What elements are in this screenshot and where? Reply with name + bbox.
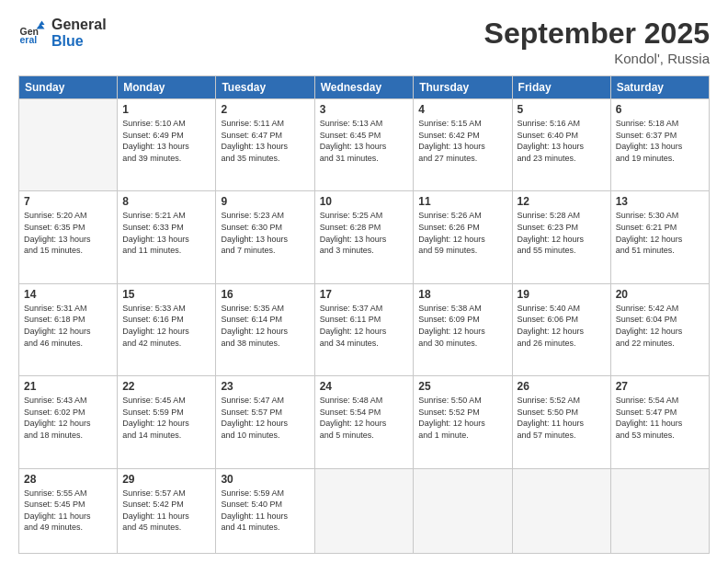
- day-number: 24: [320, 380, 409, 393]
- day-number: 10: [320, 195, 409, 208]
- day-number: 15: [122, 288, 210, 301]
- day-info: Sunrise: 5:26 AM Sunset: 6:26 PM Dayligh…: [418, 210, 506, 256]
- week-row-4: 28Sunrise: 5:55 AM Sunset: 5:45 PM Dayli…: [19, 468, 710, 553]
- day-cell: [610, 468, 709, 553]
- day-number: 8: [122, 195, 210, 208]
- day-info: Sunrise: 5:23 AM Sunset: 6:30 PM Dayligh…: [221, 210, 309, 256]
- day-info: Sunrise: 5:35 AM Sunset: 6:14 PM Dayligh…: [221, 303, 309, 349]
- day-cell: 5Sunrise: 5:16 AM Sunset: 6:40 PM Daylig…: [512, 99, 610, 191]
- day-number: 27: [616, 380, 704, 393]
- day-cell: [314, 468, 414, 553]
- day-number: 18: [418, 288, 506, 301]
- day-number: 4: [418, 103, 506, 116]
- day-number: 26: [518, 380, 606, 393]
- calendar-page: Gen eral General Blue September 2025 Kon…: [0, 0, 728, 563]
- day-cell: 29Sunrise: 5:57 AM Sunset: 5:42 PM Dayli…: [118, 468, 216, 553]
- day-info: Sunrise: 5:42 AM Sunset: 6:04 PM Dayligh…: [616, 303, 704, 349]
- day-info: Sunrise: 5:52 AM Sunset: 5:50 PM Dayligh…: [518, 395, 606, 441]
- day-info: Sunrise: 5:25 AM Sunset: 6:28 PM Dayligh…: [320, 210, 409, 256]
- day-info: Sunrise: 5:50 AM Sunset: 5:52 PM Dayligh…: [418, 395, 506, 441]
- day-cell: [512, 468, 610, 553]
- day-cell: 26Sunrise: 5:52 AM Sunset: 5:50 PM Dayli…: [512, 376, 610, 468]
- day-number: 1: [122, 103, 210, 116]
- day-info: Sunrise: 5:40 AM Sunset: 6:06 PM Dayligh…: [518, 303, 606, 349]
- day-cell: 25Sunrise: 5:50 AM Sunset: 5:52 PM Dayli…: [414, 376, 512, 468]
- day-cell: 21Sunrise: 5:43 AM Sunset: 6:02 PM Dayli…: [19, 376, 118, 468]
- day-cell: 18Sunrise: 5:38 AM Sunset: 6:09 PM Dayli…: [414, 283, 512, 375]
- day-number: 13: [616, 195, 704, 208]
- day-cell: 28Sunrise: 5:55 AM Sunset: 5:45 PM Dayli…: [19, 468, 118, 553]
- day-cell: 10Sunrise: 5:25 AM Sunset: 6:28 PM Dayli…: [314, 191, 414, 283]
- day-info: Sunrise: 5:10 AM Sunset: 6:49 PM Dayligh…: [122, 118, 210, 164]
- day-info: Sunrise: 5:48 AM Sunset: 5:54 PM Dayligh…: [320, 395, 409, 441]
- day-info: Sunrise: 5:57 AM Sunset: 5:42 PM Dayligh…: [122, 488, 210, 534]
- day-info: Sunrise: 5:59 AM Sunset: 5:40 PM Dayligh…: [221, 488, 309, 534]
- day-number: 17: [320, 288, 409, 301]
- day-info: Sunrise: 5:55 AM Sunset: 5:45 PM Dayligh…: [24, 488, 112, 534]
- day-cell: 6Sunrise: 5:18 AM Sunset: 6:37 PM Daylig…: [610, 99, 709, 191]
- day-info: Sunrise: 5:20 AM Sunset: 6:35 PM Dayligh…: [24, 210, 112, 256]
- week-row-3: 21Sunrise: 5:43 AM Sunset: 6:02 PM Dayli…: [19, 376, 710, 468]
- day-number: 2: [221, 103, 309, 116]
- day-number: 6: [616, 103, 704, 116]
- day-cell: 17Sunrise: 5:37 AM Sunset: 6:11 PM Dayli…: [314, 283, 414, 375]
- month-title: September 2025: [484, 17, 710, 51]
- day-info: Sunrise: 5:38 AM Sunset: 6:09 PM Dayligh…: [418, 303, 506, 349]
- day-cell: 3Sunrise: 5:13 AM Sunset: 6:45 PM Daylig…: [314, 99, 414, 191]
- day-cell: 9Sunrise: 5:23 AM Sunset: 6:30 PM Daylig…: [216, 191, 314, 283]
- day-info: Sunrise: 5:43 AM Sunset: 6:02 PM Dayligh…: [24, 395, 112, 441]
- day-number: 25: [418, 380, 506, 393]
- week-row-0: 1Sunrise: 5:10 AM Sunset: 6:49 PM Daylig…: [19, 99, 710, 191]
- weekday-header-row: SundayMondayTuesdayWednesdayThursdayFrid…: [19, 76, 710, 99]
- day-cell: 22Sunrise: 5:45 AM Sunset: 5:59 PM Dayli…: [118, 376, 216, 468]
- day-info: Sunrise: 5:54 AM Sunset: 5:47 PM Dayligh…: [616, 395, 704, 441]
- day-cell: 16Sunrise: 5:35 AM Sunset: 6:14 PM Dayli…: [216, 283, 314, 375]
- weekday-thursday: Thursday: [414, 76, 512, 99]
- day-cell: 27Sunrise: 5:54 AM Sunset: 5:47 PM Dayli…: [610, 376, 709, 468]
- weekday-wednesday: Wednesday: [314, 76, 414, 99]
- day-info: Sunrise: 5:33 AM Sunset: 6:16 PM Dayligh…: [122, 303, 210, 349]
- day-number: 14: [24, 288, 112, 301]
- day-info: Sunrise: 5:37 AM Sunset: 6:11 PM Dayligh…: [320, 303, 409, 349]
- weekday-saturday: Saturday: [610, 76, 709, 99]
- logo-blue: Blue: [51, 33, 107, 50]
- day-cell: 19Sunrise: 5:40 AM Sunset: 6:06 PM Dayli…: [512, 283, 610, 375]
- svg-text:eral: eral: [20, 33, 38, 44]
- weekday-monday: Monday: [118, 76, 216, 99]
- day-number: 16: [221, 288, 309, 301]
- day-info: Sunrise: 5:11 AM Sunset: 6:47 PM Dayligh…: [221, 118, 309, 164]
- logo-general: General: [51, 17, 107, 33]
- day-cell: 2Sunrise: 5:11 AM Sunset: 6:47 PM Daylig…: [216, 99, 314, 191]
- day-cell: 7Sunrise: 5:20 AM Sunset: 6:35 PM Daylig…: [19, 191, 118, 283]
- day-number: 20: [616, 288, 704, 301]
- weekday-tuesday: Tuesday: [216, 76, 314, 99]
- day-number: 28: [24, 473, 112, 486]
- day-info: Sunrise: 5:13 AM Sunset: 6:45 PM Dayligh…: [320, 118, 409, 164]
- calendar-body: 1Sunrise: 5:10 AM Sunset: 6:49 PM Daylig…: [19, 99, 710, 554]
- day-cell: 14Sunrise: 5:31 AM Sunset: 6:18 PM Dayli…: [19, 283, 118, 375]
- logo-icon: Gen eral: [18, 19, 46, 47]
- day-number: 22: [122, 380, 210, 393]
- week-row-1: 7Sunrise: 5:20 AM Sunset: 6:35 PM Daylig…: [19, 191, 710, 283]
- day-cell: 8Sunrise: 5:21 AM Sunset: 6:33 PM Daylig…: [118, 191, 216, 283]
- day-cell: 24Sunrise: 5:48 AM Sunset: 5:54 PM Dayli…: [314, 376, 414, 468]
- page-header: Gen eral General Blue September 2025 Kon…: [18, 17, 710, 66]
- day-number: 29: [122, 473, 210, 486]
- day-cell: 4Sunrise: 5:15 AM Sunset: 6:42 PM Daylig…: [414, 99, 512, 191]
- day-info: Sunrise: 5:21 AM Sunset: 6:33 PM Dayligh…: [122, 210, 210, 256]
- day-number: 3: [320, 103, 409, 116]
- day-number: 19: [518, 288, 606, 301]
- day-cell: 11Sunrise: 5:26 AM Sunset: 6:26 PM Dayli…: [414, 191, 512, 283]
- logo-text: General Blue: [51, 17, 107, 49]
- day-cell: 30Sunrise: 5:59 AM Sunset: 5:40 PM Dayli…: [216, 468, 314, 553]
- day-number: 30: [221, 473, 309, 486]
- day-cell: 1Sunrise: 5:10 AM Sunset: 6:49 PM Daylig…: [118, 99, 216, 191]
- day-info: Sunrise: 5:16 AM Sunset: 6:40 PM Dayligh…: [518, 118, 606, 164]
- day-info: Sunrise: 5:18 AM Sunset: 6:37 PM Dayligh…: [616, 118, 704, 164]
- day-number: 21: [24, 380, 112, 393]
- day-number: 7: [24, 195, 112, 208]
- day-cell: [414, 468, 512, 553]
- logo: Gen eral General Blue: [18, 17, 107, 49]
- weekday-friday: Friday: [512, 76, 610, 99]
- title-block: September 2025 Kondol', Russia: [484, 17, 710, 66]
